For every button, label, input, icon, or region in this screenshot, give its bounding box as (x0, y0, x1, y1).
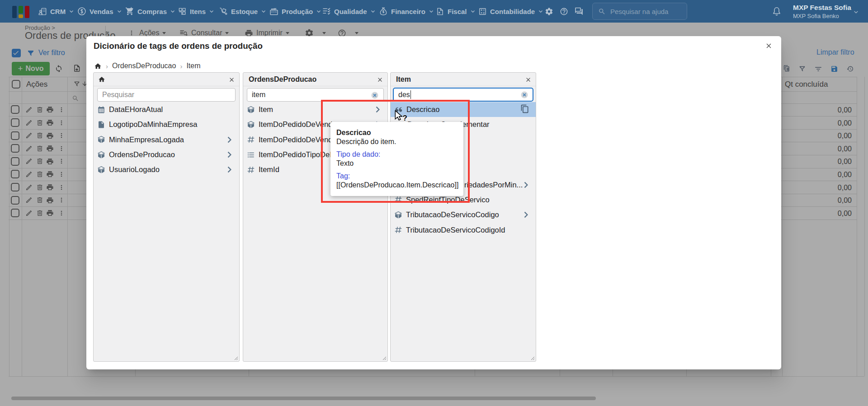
svg-text:?: ? (403, 114, 407, 122)
